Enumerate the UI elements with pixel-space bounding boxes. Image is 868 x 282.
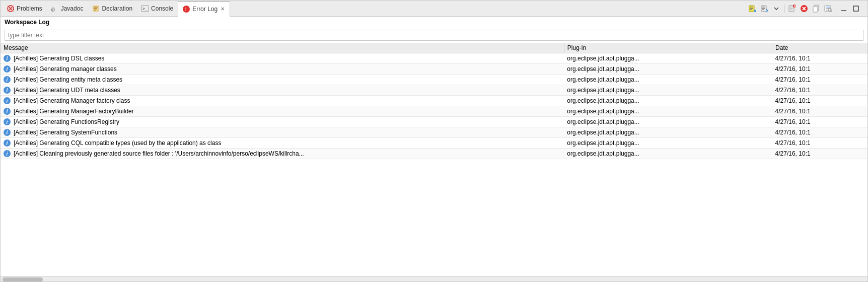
log-message: [Achilles] Generating CQL compatible typ…: [14, 139, 221, 147]
log-plugin: org.eclipse.jdt.apt.plugga...: [564, 75, 772, 85]
copy-event-button[interactable]: [811, 3, 822, 14]
horizontal-scrollbar[interactable]: [1, 276, 867, 281]
maximize-button[interactable]: [850, 3, 861, 14]
info-severity-icon: i: [4, 139, 11, 147]
table-row[interactable]: i[Achilles] Generating UDT meta classeso…: [1, 85, 867, 96]
table-row[interactable]: i[Achilles] Cleaning previously generate…: [1, 149, 867, 159]
log-message: [Achilles] Generating SystemFunctions: [14, 129, 117, 136]
scrollbar-thumb[interactable]: [3, 277, 43, 281]
info-severity-icon: i: [4, 97, 11, 104]
log-date: 4/27/16, 10:1: [772, 117, 867, 127]
tab-declaration[interactable]: Declaration: [88, 1, 137, 16]
log-message: [Achilles] Generating UDT meta classes: [14, 87, 120, 94]
javadoc-icon: @: [51, 5, 59, 13]
minimize-button[interactable]: [838, 3, 849, 14]
svg-text:✕: ✕: [793, 5, 796, 8]
log-table-body: i[Achilles] Generating DSL classesorg.ec…: [1, 53, 867, 159]
tab-javadoc-label: Javadoc: [61, 5, 84, 12]
toolbar-separator-2: [836, 5, 836, 13]
declaration-icon: [92, 5, 100, 13]
table-row[interactable]: i[Achilles] Generating FunctionsRegistry…: [1, 117, 867, 127]
table-row[interactable]: i[Achilles] Generating manager classesor…: [1, 64, 867, 75]
log-plugin: org.eclipse.jdt.apt.plugga...: [564, 96, 772, 106]
svg-rect-32: [813, 7, 818, 12]
table-row[interactable]: i[Achilles] Generating entity meta class…: [1, 75, 867, 85]
log-date: 4/27/16, 10:1: [772, 106, 867, 117]
info-severity-icon: i: [4, 129, 11, 136]
tab-declaration-label: Declaration: [102, 5, 132, 12]
problems-icon: [7, 5, 15, 13]
log-plugin: org.eclipse.jdt.apt.plugga...: [564, 138, 772, 149]
column-header-date[interactable]: Date: [772, 43, 867, 53]
tab-close-button[interactable]: ✕: [220, 6, 226, 12]
table-row[interactable]: i[Achilles] Generating DSL classesorg.ec…: [1, 53, 867, 64]
log-plugin: org.eclipse.jdt.apt.plugga...: [564, 85, 772, 96]
tab-bar: Problems @ Javadoc Declaration: [1, 1, 867, 17]
log-message: [Achilles] Generating Manager factory cl…: [14, 97, 130, 104]
svg-text:>_: >_: [142, 7, 148, 11]
tab-error-log-label: Error Log: [192, 6, 218, 13]
error-log-icon: !: [182, 5, 190, 13]
log-plugin: org.eclipse.jdt.apt.plugga...: [564, 127, 772, 138]
view-menu-button[interactable]: [771, 3, 782, 14]
log-message: [Achilles] Generating DSL classes: [14, 55, 104, 62]
log-plugin: org.eclipse.jdt.apt.plugga...: [564, 106, 772, 117]
table-header-row: Message Plug-in Date: [1, 43, 867, 53]
eclipse-panel: Problems @ Javadoc Declaration: [0, 0, 868, 282]
log-date: 4/27/16, 10:1: [772, 138, 867, 149]
log-message: [Achilles] Generating manager classes: [14, 65, 117, 73]
info-severity-icon: i: [4, 150, 11, 157]
import-log-button[interactable]: [759, 3, 770, 14]
event-details-button[interactable]: [823, 3, 834, 14]
table-row[interactable]: i[Achilles] Generating SystemFunctionsor…: [1, 127, 867, 138]
tab-console-label: Console: [151, 5, 173, 12]
column-header-message[interactable]: Message: [1, 43, 564, 53]
console-icon: >_: [141, 5, 149, 13]
log-table: Message Plug-in Date i[Achilles] Generat…: [1, 43, 867, 159]
delete-log-button[interactable]: [799, 3, 810, 14]
log-date: 4/27/16, 10:1: [772, 127, 867, 138]
log-date: 4/27/16, 10:1: [772, 85, 867, 96]
log-plugin: org.eclipse.jdt.apt.plugga...: [564, 117, 772, 127]
log-message: [Achilles] Generating entity meta classe…: [14, 76, 122, 83]
svg-rect-39: [853, 6, 858, 11]
info-severity-icon: i: [4, 76, 11, 83]
svg-text:!: !: [185, 7, 187, 12]
filter-input[interactable]: [5, 30, 863, 41]
tab-error-log[interactable]: ! Error Log ✕: [178, 1, 230, 17]
toolbar-separator-1: [784, 5, 784, 13]
log-date: 4/27/16, 10:1: [772, 149, 867, 159]
tab-console[interactable]: >_ Console: [137, 1, 178, 16]
log-plugin: org.eclipse.jdt.apt.plugga...: [564, 64, 772, 75]
log-date: 4/27/16, 10:1: [772, 64, 867, 75]
info-severity-icon: i: [4, 118, 11, 125]
log-plugin: org.eclipse.jdt.apt.plugga...: [564, 149, 772, 159]
log-message: [Achilles] Generating ManagerFactoryBuil…: [14, 108, 134, 115]
tab-problems[interactable]: Problems: [3, 1, 47, 16]
log-message: [Achilles] Cleaning previously generated…: [14, 150, 304, 157]
column-header-plugin[interactable]: Plug-in: [564, 43, 772, 53]
table-row[interactable]: i[Achilles] Generating ManagerFactoryBui…: [1, 106, 867, 117]
log-table-container[interactable]: Message Plug-in Date i[Achilles] Generat…: [1, 43, 867, 276]
table-row[interactable]: i[Achilles] Generating Manager factory c…: [1, 96, 867, 106]
toolbar-right: ✕: [747, 3, 865, 14]
log-date: 4/27/16, 10:1: [772, 53, 867, 64]
svg-text:@: @: [51, 6, 55, 13]
log-date: 4/27/16, 10:1: [772, 96, 867, 106]
workspace-log-title: Workspace Log: [1, 17, 867, 28]
info-severity-icon: i: [4, 65, 11, 73]
log-date: 4/27/16, 10:1: [772, 75, 867, 85]
svg-point-17: [754, 10, 756, 12]
info-severity-icon: i: [4, 55, 11, 62]
log-plugin: org.eclipse.jdt.apt.plugga...: [564, 53, 772, 64]
table-row[interactable]: i[Achilles] Generating CQL compatible ty…: [1, 138, 867, 149]
log-message: [Achilles] Generating FunctionsRegistry: [14, 118, 119, 125]
filter-bar: [1, 28, 867, 43]
clear-log-button[interactable]: ✕: [786, 3, 798, 14]
tab-javadoc[interactable]: @ Javadoc: [47, 1, 88, 16]
tab-problems-label: Problems: [17, 5, 42, 12]
info-severity-icon: i: [4, 108, 11, 115]
info-severity-icon: i: [4, 87, 11, 94]
export-log-button[interactable]: [747, 3, 758, 14]
